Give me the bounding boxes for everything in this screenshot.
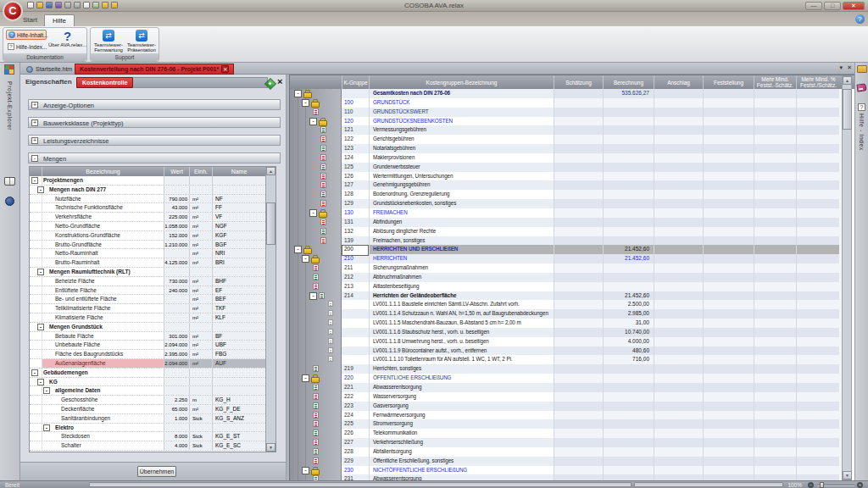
cost-row[interactable]: 127Genehmigungsgebühren xyxy=(290,180,854,190)
mengen-row[interactable]: -Projektmengen xyxy=(30,176,275,186)
mengen-row[interactable]: Teilklimatisierte Flächem²TKF xyxy=(30,304,275,313)
kostengruppe-name-cell[interactable]: LV001.1.1.5 Maschendraht-Bauzaun, B-Abst… xyxy=(369,319,554,328)
mengen-row[interactable]: Unbebaute Fläche2.094.000m²UBF xyxy=(30,341,275,350)
kostengruppe-name-cell[interactable]: Wertermittlungen, Untersuchungen xyxy=(369,172,554,181)
tab-startseite[interactable]: Startseite.htm xyxy=(22,64,76,75)
kgruppe-cell[interactable]: 228 xyxy=(342,447,369,457)
kgruppe-cell[interactable]: 227 xyxy=(342,438,369,447)
kostengruppe-name-cell[interactable]: Herrichten der Geländeoberfläche xyxy=(369,291,554,301)
mengen-row[interactable]: Außenanlagenfläche2.094.000m²AUF xyxy=(30,359,275,369)
mengen-row[interactable]: Brutto-Grundfläche1.210.000m²BGF xyxy=(30,241,275,250)
kgruppe-cell[interactable]: 122 xyxy=(342,135,369,144)
expand-icon[interactable]: + xyxy=(31,102,38,108)
cost-row[interactable]: LV001.1.1.9 Bürocontainer aufst., vorh.,… xyxy=(290,347,854,356)
cost-row[interactable]: 222Wasserversorgung xyxy=(290,392,854,402)
mengen-row[interactable]: Brutto-Rauminhalt4.125.000m³BRI xyxy=(30,258,275,268)
kostengruppe-name-cell[interactable]: Gesamtkosten nach DIN 276-06 xyxy=(369,89,554,98)
kgruppe-cell[interactable]: 125 xyxy=(342,163,369,172)
help-icon[interactable]: ? xyxy=(855,14,865,24)
kgruppe-cell[interactable]: 100 xyxy=(342,98,369,108)
mengen-row[interactable]: Verkehrsfläche225.000m²VF xyxy=(30,213,275,222)
kgruppe-cell[interactable]: 120 xyxy=(342,117,369,126)
mengen-row[interactable]: Deckenfläche65.000m²KG_F_DE xyxy=(30,405,275,414)
kgruppe-cell[interactable] xyxy=(342,319,369,328)
cost-row[interactable]: 228Abfallentsorgung xyxy=(290,447,854,457)
column-header-schaetzung[interactable]: Schätzung xyxy=(554,75,603,89)
kgruppe-cell[interactable] xyxy=(342,89,369,98)
cost-row[interactable]: 124Maklerprovisionen xyxy=(290,153,854,163)
collapse-icon[interactable]: - xyxy=(31,155,38,162)
expand-icon[interactable]: + xyxy=(31,119,38,126)
cost-row[interactable]: -120GRUNDSTÜCKSNEBENKOSTEN xyxy=(290,117,854,126)
kgruppe-cell[interactable]: 211 xyxy=(342,263,369,273)
kgruppe-cell[interactable]: 229 xyxy=(342,457,369,466)
mengen-row[interactable]: -KG xyxy=(30,378,275,387)
cost-row[interactable]: LV001.1.1.5 Maschendraht-Bauzaun, B-Abst… xyxy=(290,319,854,328)
kgruppe-cell[interactable]: 123 xyxy=(342,144,369,153)
tree-collapse-box[interactable]: - xyxy=(309,118,317,125)
cost-row[interactable]: 223Gasversorgung xyxy=(290,402,854,411)
kostengruppe-name-cell[interactable]: ÖFFENTLICHE ERSCHLIEßUNG xyxy=(369,374,554,383)
cost-row[interactable]: 226Telekommunikation xyxy=(290,429,854,438)
kgruppe-cell[interactable]: 124 xyxy=(342,153,369,163)
tree-collapse-box[interactable]: - xyxy=(309,209,317,217)
cost-row[interactable]: 123Notariatsgebühren xyxy=(290,144,854,153)
tree-collapse-box[interactable]: - xyxy=(37,324,44,330)
kgruppe-cell[interactable]: 221 xyxy=(342,383,369,392)
tree-collapse-box[interactable]: - xyxy=(43,387,50,394)
tree-collapse-box[interactable]: - xyxy=(43,424,50,431)
kgruppe-cell[interactable] xyxy=(342,309,369,319)
kostengruppe-name-cell[interactable]: GRUNDSTÜCKSWERT xyxy=(369,108,554,117)
mengen-row[interactable]: Nutzfläche790.000m²NF xyxy=(30,195,275,204)
cost-row[interactable]: LV001.1.1.4 Schutzzaun n. Wahl AN, h=1,5… xyxy=(290,309,854,319)
column-header-mehr-mind-prozent[interactable]: Mehr Mind. % Festst./Schätz. xyxy=(796,75,840,89)
tree-collapse-box[interactable]: - xyxy=(31,177,38,184)
kgruppe-cell[interactable] xyxy=(342,328,369,337)
cost-row[interactable]: 131Abfindungen xyxy=(290,218,854,227)
kostengruppe-name-cell[interactable]: GRUNDSTÜCK xyxy=(369,98,554,108)
cost-row[interactable]: 110GRUNDSTÜCKSWERT xyxy=(290,108,854,117)
tree-collapse-box[interactable]: - xyxy=(294,90,302,97)
kostengruppe-name-cell[interactable]: Öffentliche Erschließung, sonstiges xyxy=(369,457,554,466)
kostengruppe-name-cell[interactable]: LV001.1.1.1 Baustelle einrichten Sämtl.L… xyxy=(369,300,554,309)
cost-row[interactable]: 121Vermessungsgebühren xyxy=(290,125,854,135)
title-bar[interactable]: C COSOBA AVA.relax — □ ✕ xyxy=(0,0,868,12)
zoom-slider-thumb[interactable] xyxy=(820,482,824,488)
kgruppe-cell[interactable]: 128 xyxy=(342,190,369,199)
section-bauwerksklasse[interactable]: +Bauwerksklasse (Projekttyp) xyxy=(28,117,281,128)
project-explorer-icon[interactable] xyxy=(4,64,14,75)
kostengruppe-name-cell[interactable]: Gasversorgung xyxy=(369,402,554,411)
kostengruppe-name-cell[interactable]: Genehmigungsgebühren xyxy=(369,180,554,190)
kgruppe-cell[interactable] xyxy=(342,300,369,309)
cost-row[interactable]: 126Wertermittlungen, Untersuchungen xyxy=(290,172,854,181)
cost-row[interactable]: -Gesamtkosten nach DIN 276-06535.626,27 xyxy=(290,89,854,98)
kgruppe-cell[interactable]: 213 xyxy=(342,282,369,291)
kgruppe-cell[interactable]: 126 xyxy=(342,172,369,181)
tree-collapse-box[interactable]: - xyxy=(302,255,309,263)
project-explorer-label[interactable]: Projekt-Explorer xyxy=(7,81,13,130)
close-button[interactable]: ✕ xyxy=(843,2,865,10)
column-header-wert[interactable]: Wert xyxy=(164,167,189,176)
uebernehmen-button[interactable]: Übernehmen xyxy=(137,466,176,477)
mengen-row[interactable]: Konstruktions-Grundfläche152.000m²KGF xyxy=(30,231,275,241)
kgruppe-cell[interactable]: 219 xyxy=(342,364,369,374)
cost-row[interactable]: 129Grundstücksnebenkosten, sonstiges xyxy=(290,199,854,208)
mengen-row[interactable]: -Elektro xyxy=(30,424,275,433)
kostengruppe-name-cell[interactable]: GRUNDSTÜCKSNEBENKOSTEN xyxy=(369,117,554,126)
column-header-feststellung[interactable]: Feststellung xyxy=(703,75,754,89)
cost-row[interactable]: -230NICHTÖFFENTLICHE ERSCHLIEßUNG xyxy=(290,466,854,475)
scroll-up-icon[interactable]: ▲ xyxy=(266,167,275,175)
section-mengen[interactable]: -Mengen xyxy=(28,152,281,164)
kgruppe-cell[interactable]: 110 xyxy=(342,108,369,117)
kostengruppe-name-cell[interactable]: Herrichten, sonstiges xyxy=(369,364,554,374)
zoom-in-icon[interactable]: + xyxy=(857,482,863,488)
column-header-einh[interactable]: Einh. xyxy=(189,167,212,176)
mengen-row[interactable]: Fläche des Baugrundstücks2.395.000m²FBG xyxy=(30,350,275,359)
kgruppe-cell[interactable] xyxy=(342,337,369,347)
cost-table-scrollbar[interactable]: ▲ ▼ xyxy=(842,75,852,480)
kostengruppe-name-cell[interactable]: Abbruchmaßnahmen xyxy=(369,273,554,282)
tree-collapse-box[interactable]: - xyxy=(37,379,44,385)
cost-row[interactable]: 221Abwasserentsorgung xyxy=(290,383,854,392)
mengen-row[interactable]: -Mengen nach DIN 277 xyxy=(30,186,275,195)
help-question-icon[interactable]: ? xyxy=(858,103,865,111)
